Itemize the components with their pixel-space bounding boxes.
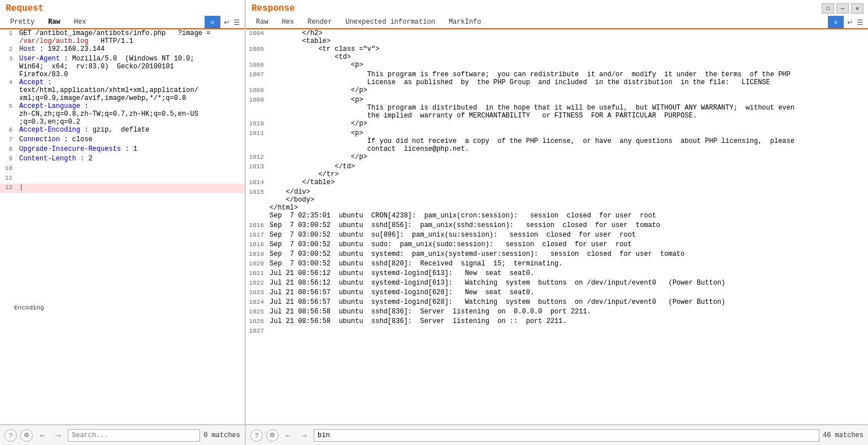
request-tab-bar: Pretty Raw Hex ≡ ↵ ☰ (0, 16, 245, 29)
request-line-8: 8 Upgrade-Insecure-Requests : 1 (0, 145, 245, 155)
resp-line-1012: 1012 </p> (246, 153, 868, 163)
request-code-area: 1 GET /antibot_image/antibots/info.php ?… (0, 29, 245, 424)
request-line-4: 4 Accept : text/html,application/xhtml+x… (0, 78, 245, 102)
resp-line-1023: 1023 Jul 21 08:56:57 ubuntu systemd-logi… (246, 289, 868, 298)
window-controls: □ — ✕ (822, 3, 863, 14)
close-btn[interactable]: ✕ (851, 3, 863, 14)
response-wrap-btn[interactable]: ↵ (847, 18, 853, 27)
resp-line-1015: 1015 </div> </body> </html> (246, 188, 868, 212)
response-tab-actions: ≡ ↵ ☰ (828, 16, 863, 28)
request-forward-btn[interactable]: → (52, 429, 64, 442)
tab-pretty[interactable]: Pretty (5, 16, 40, 29)
request-line-2: 2 Host : 192.168.23.144 (0, 45, 245, 55)
resp-line-1011: 1011 <p> If you did not receive a copy o… (246, 129, 868, 153)
request-menu-btn[interactable]: ☰ (233, 18, 240, 27)
resp-line-cron: Sep 7 02:35:01 ubuntu CRON[4238]: pam_un… (246, 212, 868, 221)
resp-line-1009: 1009 <p> This program is distributed in … (246, 96, 868, 120)
resp-line-1008: 1008 </p> (246, 86, 868, 96)
request-settings-btn[interactable]: ⚙ (20, 429, 33, 442)
resp-line-1025: 1025 Jul 21 08:56:58 ubuntu sshd[836]: S… (246, 308, 868, 317)
tab-response-unexpected[interactable]: Unexpected information (340, 16, 440, 29)
resp-line-1024: 1024 Jul 21 08:56:57 ubuntu systemd-logi… (246, 298, 868, 308)
resp-line-1016: 1016 Sep 7 03:00:52 ubuntu sshd[856]: pa… (246, 221, 868, 231)
resp-line-1022: 1022 Jul 21 08:56:12 ubuntu systemd-logi… (246, 279, 868, 289)
tab-response-raw[interactable]: Raw (250, 16, 274, 29)
request-bottom-bar: ? ⚙ ← → 0 matches (0, 425, 246, 445)
resp-line-1005: 1005 <tr class ="v"> <td> (246, 45, 868, 61)
request-search-input[interactable] (68, 429, 200, 442)
response-code-area: 1004 </h2> <table> 1005 <tr class ="v"> … (246, 29, 868, 424)
resp-line-1021: 1021 Jul 21 08:56:12 ubuntu systemd-logi… (246, 269, 868, 279)
request-line-6: 6 Accept-Encoding : gzip, deflate (0, 126, 245, 136)
resp-line-1014: 1014 </table> (246, 178, 868, 188)
tab-response-markinfo[interactable]: MarkInfo (443, 16, 487, 29)
response-back-btn[interactable]: ← (282, 429, 294, 442)
response-save-btn[interactable]: ≡ (828, 16, 844, 28)
response-forward-btn[interactable]: → (298, 429, 310, 442)
request-title: Request (0, 0, 245, 16)
tab-raw[interactable]: Raw (42, 16, 66, 29)
response-menu-btn[interactable]: ☰ (857, 18, 863, 27)
resp-line-1018: 1018 Sep 7 03:00:52 ubuntu sudo: pam_uni… (246, 241, 868, 250)
request-save-btn[interactable]: ≡ (205, 16, 220, 28)
response-settings-btn[interactable]: ⚙ (266, 429, 279, 442)
request-match-count: 0 matches (203, 431, 240, 439)
response-title: Response (246, 0, 868, 16)
request-help-btn[interactable]: ? (5, 429, 17, 442)
request-back-btn[interactable]: ← (36, 429, 49, 442)
request-tab-actions: ≡ ↵ ☰ (205, 16, 240, 28)
request-line-12: 12 | (0, 184, 245, 193)
request-line-7: 7 Connection : close (0, 136, 245, 145)
tab-response-render[interactable]: Render (302, 16, 337, 29)
resp-line-1019: 1019 Sep 7 03:00:52 ubuntu systemd: pam_… (246, 250, 868, 260)
request-line-11: 11 (0, 174, 245, 184)
response-search-input[interactable] (314, 429, 819, 442)
resp-line-1007: 1007 This program is free software; you … (246, 71, 868, 86)
tab-hex[interactable]: Hex (68, 16, 92, 29)
resp-line-1006: 1006 <p> (246, 61, 868, 71)
request-line-5: 5 Accept-Language : zh-CN,zh;q=0.8,zh-TW… (0, 102, 245, 126)
response-tab-bar: Raw Hex Render Unexpected information Ma… (246, 16, 868, 29)
resp-line-1004: 1004 </h2> <table> (246, 29, 868, 45)
resp-line-1013: 1013 </td> </tr> (246, 163, 868, 178)
request-line-1: 1 GET /antibot_image/antibots/info.php ?… (0, 29, 245, 45)
minimize-btn[interactable]: — (836, 3, 849, 14)
response-match-count: 46 matches (823, 431, 863, 439)
resp-line-1010: 1010 </p> (246, 120, 868, 129)
request-line-9: 9 Content-Length : 2 (0, 155, 245, 164)
maximize-btn[interactable]: □ (822, 3, 834, 14)
resp-line-1026: 1026 Jul 21 08:56:58 ubuntu sshd[836]: S… (246, 317, 868, 327)
request-line-3: 3 User-Agent : Mozilla/5.0 (Windows NT 1… (0, 55, 245, 78)
request-wrap-btn[interactable]: ↵ (224, 18, 230, 27)
resp-line-1017: 1017 Sep 7 03:00:52 ubuntu su[896]: pam_… (246, 231, 868, 241)
request-line-10: 10 (0, 164, 245, 174)
resp-line-1027: 1027 (246, 327, 868, 337)
response-help-btn[interactable]: ? (250, 429, 263, 442)
response-bottom-bar: ? ⚙ ← → 46 matches (246, 425, 868, 445)
resp-line-1020: 1020 Sep 7 03:00:52 ubuntu sshd[820]: Re… (246, 260, 868, 269)
tab-response-hex[interactable]: Hex (276, 16, 300, 29)
